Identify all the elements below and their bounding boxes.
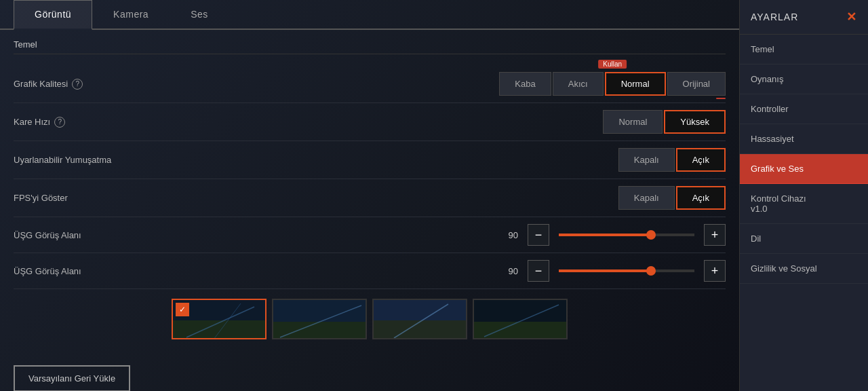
grafik-normal-btn[interactable]: Normal [605, 72, 666, 96]
grafik-kaba-btn[interactable]: Kaba [499, 72, 551, 96]
sidebar-item-hassasiyet[interactable]: Hassasiyet [740, 124, 868, 154]
slider1-row: ÜŞG Görüş Alanı 90 − + [14, 217, 726, 253]
sidebar-item-gizlilik[interactable]: Gizlilik ve Sosyal [740, 254, 868, 284]
sidebar-item-kontroller[interactable]: Kontroller [740, 94, 868, 124]
fps-row: FPS'yi Göster Kapalı Açık [14, 179, 726, 217]
svg-rect-1 [173, 320, 267, 339]
kare-help-icon[interactable]: ? [54, 117, 65, 128]
grafik-kalitesi-label: Grafik Kalitesi ? [14, 79, 499, 90]
slider1-track[interactable] [559, 234, 694, 236]
slider2-minus-btn[interactable]: − [528, 260, 549, 282]
slider2-row: ÜŞG Görüş Alanı 90 − + [14, 253, 726, 289]
slider2-thumb [646, 266, 656, 276]
sidebar: AYARLAR ✕ Temel Oynanış Kontroller Hassa… [739, 0, 868, 391]
tab-goruntu[interactable]: Görüntü [14, 0, 92, 30]
grafik-kalitesi-controls: Kullan Kaba Akıcı Normal Orijinal [499, 72, 726, 96]
thumb-2[interactable] [272, 299, 367, 339]
tab-ses[interactable]: Ses [170, 0, 229, 29]
fps-btn-group: Kapalı Açık [618, 186, 726, 210]
thumb-3[interactable] [372, 299, 467, 339]
content-area: Temel Grafik Kalitesi ? Kullan Kaba Akıc… [0, 30, 739, 356]
sidebar-item-temel[interactable]: Temel [740, 35, 868, 64]
slider1-thumb [646, 230, 656, 240]
slider2-fill [559, 269, 654, 272]
sidebar-item-kontrol-cihazi[interactable]: Kontrol Cihazıv1.0 [740, 184, 868, 224]
slider2-plus-btn[interactable]: + [704, 260, 726, 282]
grafik-orijinal-btn[interactable]: Orijinal [667, 72, 726, 96]
svg-rect-5 [273, 322, 367, 339]
top-tabs: Görüntü Kamera Ses [0, 0, 739, 30]
svg-rect-8 [374, 320, 467, 339]
uyarlanabilir-label: Uyarlanabilir Yumuşatma [14, 155, 618, 165]
sidebar-item-grafik-ses[interactable]: Grafik ve Ses [740, 154, 868, 184]
thumb-4[interactable] [473, 299, 568, 339]
sidebar-item-oynanis[interactable]: Oynanış [740, 64, 868, 94]
slider1-value: 90 [498, 230, 518, 240]
sidebar-header: AYARLAR ✕ [740, 0, 868, 35]
kare-hizi-btn-group: Normal Yüksek [603, 110, 726, 134]
slider2-value: 90 [498, 266, 518, 276]
reset-btn[interactable]: Varsayılanı Geri Yükle [14, 365, 130, 391]
thumbnail-row: ✓ [14, 289, 726, 346]
grafik-kalitesi-btn-group: Kullan Kaba Akıcı Normal Orijinal [499, 72, 726, 96]
fps-label: FPS'yi Göster [14, 193, 618, 203]
slider1-plus-btn[interactable]: + [704, 224, 726, 246]
kare-yuksek-btn[interactable]: Yüksek [664, 110, 726, 134]
kare-hizi-row: Kare Hızı ? Normal Yüksek [14, 103, 726, 141]
slider1-minus-btn[interactable]: − [528, 224, 549, 246]
tab-kamera[interactable]: Kamera [92, 0, 170, 29]
grafik-help-icon[interactable]: ? [72, 79, 83, 90]
fps-acik-btn[interactable]: Açık [676, 186, 726, 210]
sidebar-item-dil[interactable]: Dil [740, 224, 868, 254]
thumb-4-bg [474, 300, 566, 338]
uyarlanabilir-btn-group: Kapalı Açık [618, 148, 726, 172]
close-button[interactable]: ✕ [846, 10, 857, 24]
slider1-fill [559, 234, 654, 236]
uyarlanabilir-controls: Kapalı Açık [618, 148, 726, 172]
uyarlanabilir-kapali-btn[interactable]: Kapalı [618, 148, 675, 172]
fps-controls: Kapalı Açık [618, 186, 726, 210]
grafik-kalitesi-row: Grafik Kalitesi ? Kullan Kaba Akıcı Norm… [14, 65, 726, 103]
thumb-1-check: ✓ [176, 303, 189, 316]
sidebar-title: AYARLAR [751, 12, 798, 22]
kare-hizi-label: Kare Hızı ? [14, 117, 603, 128]
thumb-2-bg [273, 300, 366, 338]
slider2-label: ÜŞG Görüş Alanı [14, 266, 488, 276]
fps-kapali-btn[interactable]: Kapalı [618, 186, 675, 210]
uyarlanabilir-acik-btn[interactable]: Açık [676, 148, 726, 172]
slider2-track[interactable] [559, 269, 694, 272]
thumb-3-bg [374, 300, 466, 338]
kare-normal-btn[interactable]: Normal [603, 110, 663, 134]
section-header: Temel [14, 39, 726, 54]
uyarlanabilir-row: Uyarlanabilir Yumuşatma Kapalı Açık [14, 141, 726, 179]
svg-rect-11 [474, 322, 568, 339]
kare-hizi-controls: Normal Yüksek [603, 110, 726, 134]
slider1-label: ÜŞG Görüş Alanı [14, 230, 488, 240]
grafik-akici-btn[interactable]: Akıcı [553, 72, 604, 96]
bottom-bar: Varsayılanı Geri Yükle [0, 356, 739, 391]
kullan-badge-grafik: Kullan [598, 60, 627, 69]
thumb-1[interactable]: ✓ [172, 299, 267, 339]
main-area: Görüntü Kamera Ses Temel Grafik Kalitesi… [0, 0, 739, 391]
